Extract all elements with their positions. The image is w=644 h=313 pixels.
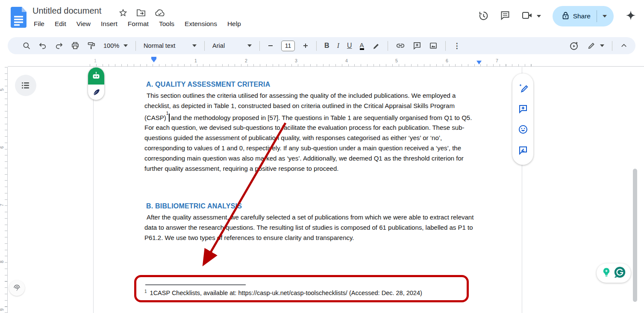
menu-extensions[interactable]: Extensions (182, 19, 220, 29)
document-title[interactable]: Untitled document (32, 6, 101, 16)
menu-format[interactable]: Format (125, 19, 152, 29)
ruler-ticks (90, 64, 535, 67)
ruler-number: 5 (395, 58, 398, 63)
app-header: Untitled document File Edit View Insert … (0, 0, 644, 37)
footnote-reference[interactable]: 1 (166, 111, 169, 116)
hide-menus-chevron-icon[interactable] (620, 42, 628, 50)
para-a-post: and the methodology proposed in [57]. Th… (144, 114, 472, 172)
ruler-number: 2 (245, 58, 247, 63)
star-icon[interactable] (119, 9, 127, 19)
gemini-icon[interactable] (625, 10, 636, 23)
ruler-number: 6 (446, 58, 448, 63)
link-icon[interactable] (396, 41, 405, 50)
paragraph-style-value: Normal text (144, 42, 175, 49)
ruler-number: 6 (0, 146, 4, 149)
print-icon[interactable] (71, 41, 79, 50)
share-dropdown[interactable] (597, 6, 614, 26)
right-indent-marker[interactable] (476, 61, 482, 64)
share-button[interactable]: Share (553, 6, 614, 26)
quick-actions-rail (512, 73, 533, 165)
extension-widget (88, 67, 104, 100)
ruler-number: 1 (194, 58, 197, 63)
document-outline-button[interactable] (15, 75, 36, 96)
insert-image-icon[interactable] (429, 41, 438, 50)
version-history-icon[interactable] (478, 10, 488, 23)
section-b-heading: B. BIBLIOMETRIC ANALYSIS (146, 202, 242, 210)
paint-format-icon[interactable] (87, 41, 96, 50)
fingerprint-accessibility-icon (12, 284, 21, 293)
italic-button[interactable]: I (337, 42, 339, 50)
ruler-number: 5 (0, 88, 4, 91)
google-docs-logo-icon[interactable] (11, 7, 26, 28)
ruler-number: 3 (295, 58, 297, 63)
search-icon[interactable] (22, 41, 31, 50)
menu-help[interactable]: Help (224, 19, 244, 29)
bold-button[interactable]: B (324, 42, 329, 50)
toolbar-divider (316, 41, 317, 51)
ruler-number: 7 (0, 204, 4, 206)
grammarly-g-icon[interactable] (614, 266, 626, 280)
ruler-number: 9 (0, 308, 4, 311)
more-options-icon[interactable]: ⋮ (453, 41, 461, 50)
suggest-edits-icon[interactable] (518, 145, 528, 155)
ruler-ticks (5, 67, 7, 313)
font-family-value: Arial (212, 42, 225, 49)
emoji-icon[interactable] (518, 124, 528, 135)
help-me-write-icon[interactable] (518, 83, 528, 93)
ruler-number: 4 (345, 58, 348, 63)
format-toolbar: 100% Normal text Arial 11 B I U A ⋮ (8, 37, 635, 54)
add-comment-icon[interactable] (518, 104, 528, 114)
menu-edit[interactable]: Edit (52, 19, 69, 29)
cloud-saved-icon[interactable] (155, 9, 165, 19)
menu-tools[interactable]: Tools (156, 19, 177, 29)
section-b-paragraph[interactable]: After the quality assessment, we careful… (144, 212, 476, 243)
ruler-number: 7 (496, 58, 498, 63)
robot-icon[interactable] (88, 67, 104, 85)
ruler-number: 8 (0, 260, 4, 263)
menu-file[interactable]: File (31, 19, 47, 29)
toolbar-divider (259, 41, 260, 51)
zoom-select[interactable]: 100% (103, 42, 128, 49)
lightbulb-icon[interactable] (601, 267, 612, 280)
decrease-font-size-button[interactable] (268, 43, 273, 49)
move-folder-icon[interactable] (136, 9, 146, 19)
share-main[interactable]: Share (553, 6, 597, 26)
menu-insert[interactable]: Insert (98, 19, 121, 29)
toolbar-divider (388, 41, 388, 51)
menubar: File Edit View Insert Format Tools Exten… (31, 19, 244, 29)
toolbar-divider (445, 41, 446, 51)
vertical-scrollbar[interactable] (633, 169, 637, 302)
toolbar-divider (612, 41, 612, 51)
left-indent-marker[interactable] (151, 57, 156, 62)
red-highlight-box (134, 275, 469, 302)
video-call-caret-icon[interactable] (537, 15, 541, 18)
editing-mode-select[interactable] (587, 41, 604, 50)
clock-play-icon[interactable] (569, 41, 579, 51)
video-call-icon[interactable] (522, 11, 533, 22)
menu-view[interactable]: View (74, 19, 94, 29)
vertical-ruler[interactable]: 5 6 7 8 9 (0, 67, 8, 313)
font-family-select[interactable]: Arial (212, 42, 252, 49)
section-a-paragraph[interactable]: This section outlines the criteria utili… (144, 91, 476, 173)
highlight-icon[interactable] (372, 42, 380, 50)
ruler-number: 1 (94, 58, 97, 63)
share-label: Share (573, 12, 591, 20)
text-cursor (169, 114, 170, 122)
grammarly-widget (597, 263, 631, 283)
comments-icon[interactable] (500, 10, 510, 22)
horizontal-ruler[interactable]: 1 1 2 3 4 5 6 7 (8, 57, 644, 67)
toolbar-divider (135, 41, 136, 51)
underline-button[interactable]: U (347, 42, 352, 50)
accessibility-button[interactable] (9, 280, 25, 296)
toolbar-divider (204, 41, 205, 51)
redo-icon[interactable] (55, 41, 63, 50)
section-a-heading: A. QUALITY ASSESSMENT CRITERIA (146, 81, 270, 88)
font-size-input[interactable]: 11 (281, 41, 295, 51)
zoom-value: 100% (103, 42, 119, 49)
text-color-button[interactable]: A (360, 42, 364, 50)
paragraph-style-select[interactable]: Normal text (144, 42, 197, 49)
undo-icon[interactable] (38, 41, 47, 50)
increase-font-size-button[interactable] (303, 43, 309, 49)
document-outline-icon (21, 80, 31, 91)
add-comment-icon[interactable] (413, 41, 421, 50)
